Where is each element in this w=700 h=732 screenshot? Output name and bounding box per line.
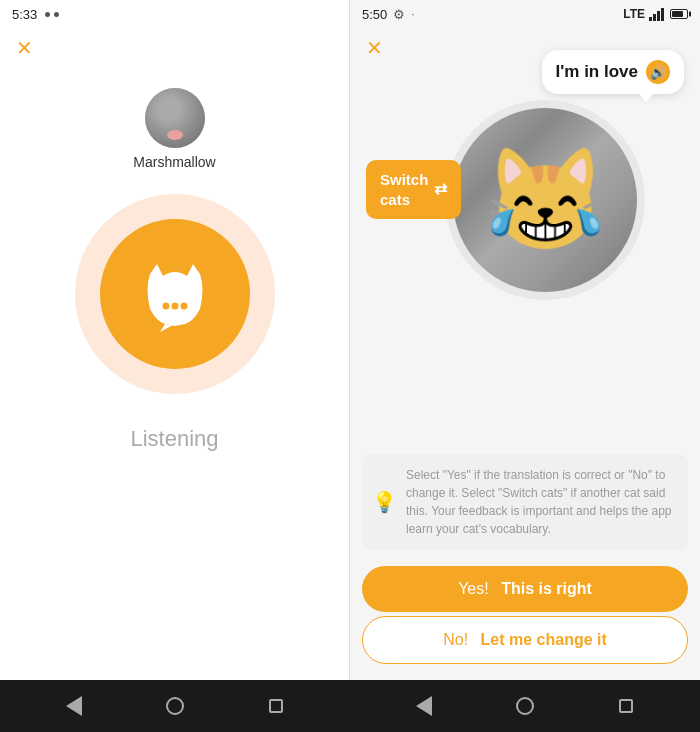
nav-right xyxy=(350,690,700,722)
close-button-left[interactable]: ✕ xyxy=(16,36,33,60)
status-dot-1 xyxy=(45,12,50,17)
switch-icon: ⇄ xyxy=(434,179,447,200)
right-screen: 5:50 ⚙ · LTE ✕ I'm in love xyxy=(350,0,700,680)
cat-avatar-image xyxy=(145,88,205,148)
status-right-icons: LTE xyxy=(623,7,688,21)
yes-button[interactable]: Yes! This is right xyxy=(362,566,688,612)
nav-back-right[interactable] xyxy=(408,690,440,722)
switch-cats-button[interactable]: Switch cats ⇄ xyxy=(366,160,461,219)
hint-box: 💡 Select "Yes" if the translation is cor… xyxy=(362,454,688,550)
nav-left xyxy=(0,690,350,722)
square-icon-right xyxy=(619,699,633,713)
back-arrow-left xyxy=(66,696,82,716)
left-screen: 5:33 ✕ Marshmallow xyxy=(0,0,350,680)
back-arrow-right xyxy=(416,696,432,716)
cat-name: Marshmallow xyxy=(133,154,215,170)
home-circle-right xyxy=(516,697,534,715)
battery-fill xyxy=(672,11,683,17)
pulse-container[interactable] xyxy=(75,194,275,394)
nav-home-left[interactable] xyxy=(159,690,191,722)
cat-photo-outer xyxy=(445,100,645,300)
bar-1 xyxy=(649,17,652,21)
nav-square-right[interactable] xyxy=(610,690,642,722)
close-button-right[interactable]: ✕ xyxy=(366,36,383,60)
status-dot-2 xyxy=(54,12,59,17)
no-normal-text: No! xyxy=(443,631,468,649)
svg-point-0 xyxy=(162,303,169,310)
nav-home-right[interactable] xyxy=(509,690,541,722)
status-bar-right: 5:50 ⚙ · LTE xyxy=(350,0,700,28)
bottom-nav xyxy=(0,680,700,732)
status-right-left: 5:50 ⚙ · xyxy=(362,7,414,22)
nav-square-left[interactable] xyxy=(260,690,292,722)
svg-point-2 xyxy=(180,303,187,310)
battery-icon xyxy=(670,9,688,19)
status-icons-left xyxy=(45,12,59,17)
lte-label: LTE xyxy=(623,7,645,21)
bar-3 xyxy=(657,11,660,21)
nav-back-left[interactable] xyxy=(58,690,90,722)
bulb-icon: 💡 xyxy=(372,487,397,517)
square-icon-left xyxy=(269,699,283,713)
bar-2 xyxy=(653,14,656,21)
time-right: 5:50 xyxy=(362,7,387,22)
no-button[interactable]: No! Let me change it xyxy=(362,616,688,664)
status-bar-left: 5:33 xyxy=(0,0,349,28)
no-bold-text: Let me change it xyxy=(481,631,607,649)
bar-4 xyxy=(661,8,664,21)
svg-point-1 xyxy=(171,303,178,310)
yes-normal-text: Yes! xyxy=(458,580,489,598)
switch-cats-label: Switch cats xyxy=(380,170,428,209)
time-left: 5:33 xyxy=(12,7,37,22)
speaker-icon[interactable]: 🔊 xyxy=(646,60,670,84)
cat-avatar xyxy=(145,88,205,148)
speaker-symbol: 🔊 xyxy=(650,65,666,80)
cat-photo-inner xyxy=(453,108,637,292)
dot-right: · xyxy=(411,8,414,20)
hint-text: Select "Yes" if the translation is corre… xyxy=(406,468,672,536)
cat-icon xyxy=(135,254,215,334)
gear-icon: ⚙ xyxy=(393,7,405,22)
listening-label: Listening xyxy=(130,426,218,452)
cat-section: Marshmallow Li xyxy=(0,88,349,452)
bubble-text: I'm in love xyxy=(556,62,638,82)
pulse-inner-ring xyxy=(100,219,250,369)
yes-bold-text: This is right xyxy=(501,580,592,598)
home-circle-left xyxy=(166,697,184,715)
signal-bars xyxy=(649,8,664,21)
speech-bubble: I'm in love 🔊 xyxy=(542,50,684,94)
